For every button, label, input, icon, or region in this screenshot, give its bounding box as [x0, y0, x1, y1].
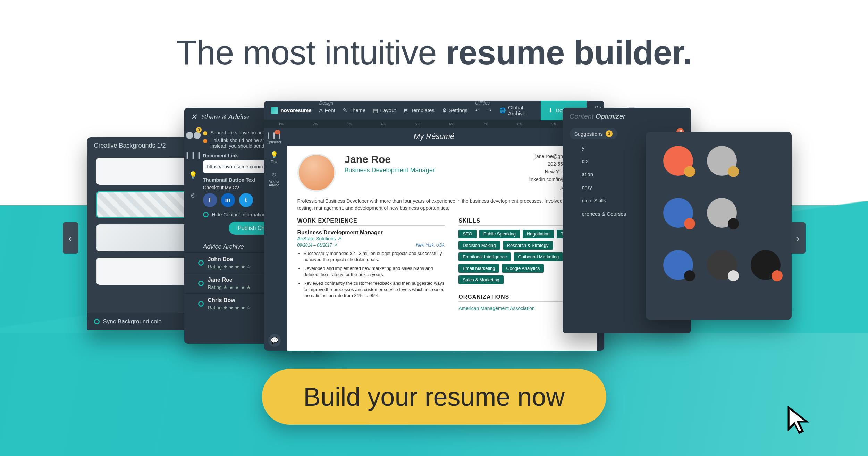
design-group-label: Design	[319, 100, 333, 106]
brand-logo[interactable]: novoresume	[271, 107, 312, 114]
linkedin-icon[interactable]: in	[221, 193, 235, 207]
chat-bubble-icon[interactable]: 💬	[268, 334, 281, 347]
brand-name: novoresume	[281, 107, 312, 113]
left-rail: 3 ❙❙❙Optimizer 💡Tips ⎋Ask for Advice	[264, 128, 284, 187]
cta-label: Build your resume now	[303, 382, 565, 411]
color-swatch[interactable]	[751, 250, 781, 280]
share-left-icons: ⬤⬤ ❙❙❙ 💡 ⎋	[188, 129, 199, 201]
advisor-rating: Rating ★ ★ ★ ★ ☆	[208, 305, 251, 310]
advisor-rating: Rating ★ ★ ★ ★ ☆	[208, 264, 251, 270]
globe-icon: 🌐	[499, 107, 506, 114]
advisor-rating: Rating ★ ★ ★ ★ ★	[208, 284, 251, 290]
suggestions-label: Suggestions	[574, 131, 603, 137]
theme-tool[interactable]: ✎Theme	[343, 107, 366, 114]
layout-tool[interactable]: ▤Layout	[373, 107, 396, 114]
facebook-icon[interactable]: f	[203, 193, 217, 207]
swatch-accent	[772, 270, 783, 281]
utilities-group-label: Utilities	[475, 100, 490, 106]
theme-icon: ✎	[343, 107, 347, 114]
job-bullets: Successfully managed $2 - 3 million budg…	[297, 250, 445, 299]
download-icon: ⬇	[548, 107, 553, 114]
optimizer-badge: 3	[275, 130, 281, 134]
tuning-icon[interactable]: ❙❙❙	[188, 149, 199, 160]
sync-background-icon	[94, 319, 100, 324]
document-title: My Résumé	[264, 132, 604, 141]
cursor-icon	[785, 405, 812, 437]
alerts-icon[interactable]: ⬤⬤	[188, 129, 199, 140]
font-tool[interactable]: AFont	[319, 107, 335, 113]
swatch-accent	[728, 270, 739, 281]
job-bullet: Successfully managed $2 - 3 million budg…	[304, 250, 445, 263]
color-swatch[interactable]	[707, 146, 737, 176]
ruler: 1%2%3%4%5%6%7%8%9%10	[264, 120, 604, 128]
advisor-name: Jane Roe	[208, 277, 251, 283]
logo-icon	[271, 107, 278, 114]
bullet-icon	[203, 131, 207, 135]
global-archive-tool[interactable]: 🌐Global Archive	[499, 105, 525, 116]
hide-contact-label: Hide Contact Information	[212, 212, 266, 217]
carousel-next-button[interactable]: ›	[790, 222, 806, 254]
close-icon[interactable]: ✕	[191, 113, 197, 122]
person-name: Jane Roe	[345, 154, 520, 165]
external-link-icon: ↗	[333, 243, 337, 248]
sync-background-label: Sync Background colo	[103, 318, 162, 325]
color-swatch[interactable]	[663, 146, 693, 176]
skill-chip: Email Marketing	[458, 264, 499, 273]
layout-icon: ▤	[373, 107, 378, 114]
build-resume-cta[interactable]: Build your resume now	[262, 369, 606, 425]
swatch-accent	[728, 218, 739, 229]
advisor-name: Chris Bow	[208, 297, 251, 304]
advisor-ring-icon	[198, 260, 204, 266]
font-icon: A	[319, 107, 323, 113]
skill-chip: Google Analytics	[502, 264, 544, 273]
theme-colors-panel	[646, 132, 792, 320]
skill-chip: Negotiation	[523, 230, 554, 238]
templates-icon: 🗎	[403, 107, 408, 113]
stage: ‹ › Creative Backgrounds 1/2 Sync Backgr…	[35, 101, 833, 351]
person-role: Business Development Manager	[345, 167, 520, 174]
advice-rail-button[interactable]: ⎋Ask for Advice	[269, 171, 279, 187]
tips-icon: 💡	[270, 151, 278, 159]
topbar: novoresume Design AFont ✎Theme ▤Layout 🗎…	[264, 101, 604, 120]
headline: The most intuitive resume builder.	[0, 33, 868, 72]
advisor-ring-icon	[198, 301, 204, 307]
avatar	[297, 154, 336, 192]
twitter-icon[interactable]: t	[239, 193, 253, 207]
job-title: Business Development Manager	[297, 230, 445, 236]
settings-tool[interactable]: ⚙Settings	[442, 107, 467, 114]
color-swatch[interactable]	[707, 198, 737, 228]
share-icon[interactable]: ⎋	[188, 190, 199, 201]
summary-text: Professional Business Developer with mor…	[297, 198, 587, 212]
lightbulb-icon[interactable]: 💡	[188, 169, 199, 181]
job-location: New York, USA	[416, 243, 445, 248]
undo-icon: ↶	[475, 107, 480, 114]
carousel-prev-button[interactable]: ‹	[63, 222, 78, 254]
skill-chip: Public Speaking	[479, 230, 520, 238]
external-link-icon: ↗	[337, 236, 342, 241]
swatch-accent	[684, 270, 695, 281]
redo-tool[interactable]: ↷	[487, 107, 492, 114]
color-swatch[interactable]	[663, 198, 693, 228]
suggestions-count: 3	[606, 130, 613, 137]
app-window: novoresume Design AFont ✎Theme ▤Layout 🗎…	[264, 101, 604, 351]
advice-icon: ⎋	[272, 171, 276, 178]
suggestions-pill[interactable]: Suggestions 3	[570, 128, 618, 139]
undo-tool[interactable]: ↶	[475, 107, 480, 114]
swatch-accent	[684, 166, 695, 177]
share-advice-title: Share & Advice	[202, 113, 249, 121]
tips-rail-button[interactable]: 💡Tips	[270, 151, 278, 164]
advisor-ring-icon	[198, 281, 204, 286]
job-bullet: Developed and implemented new marketing …	[304, 265, 445, 277]
optimizer-title: Optimizer	[596, 113, 625, 120]
swatch-accent	[684, 218, 695, 229]
skill-chip: SEO	[458, 230, 476, 238]
work-heading: WORK EXPERIENCE	[297, 218, 445, 226]
swatch-accent	[728, 166, 739, 177]
resume-page: Jane Roe Business Development Manager ja…	[287, 146, 597, 351]
color-swatch[interactable]	[707, 250, 737, 280]
job-bullet: Reviewed constantly the customer feedbac…	[304, 280, 445, 299]
redo-icon: ↷	[487, 107, 492, 114]
templates-tool[interactable]: 🗎Templates	[403, 107, 434, 113]
advisor-name: John Doe	[208, 256, 251, 263]
color-swatch[interactable]	[663, 250, 693, 280]
